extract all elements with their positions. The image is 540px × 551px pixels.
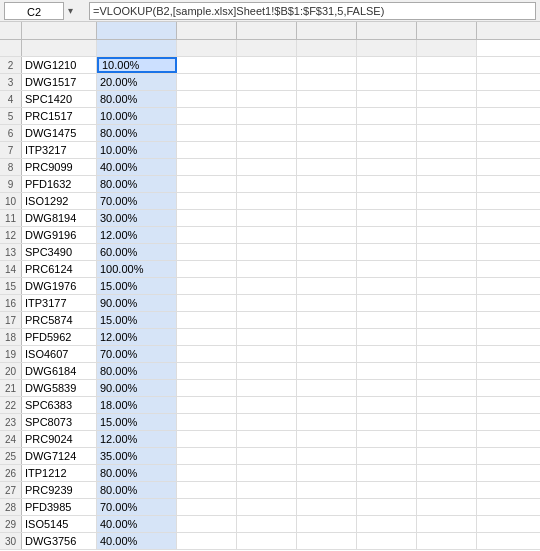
cell-g25[interactable] — [357, 448, 417, 464]
cell-h27[interactable] — [417, 482, 477, 498]
cell-h8[interactable] — [417, 159, 477, 175]
cell-c15[interactable]: 15.00% — [97, 278, 177, 294]
cell-g27[interactable] — [357, 482, 417, 498]
cell-d12[interactable] — [177, 227, 237, 243]
cell-d29[interactable] — [177, 516, 237, 532]
cell-c8[interactable]: 40.00% — [97, 159, 177, 175]
cell-c3[interactable]: 20.00% — [97, 74, 177, 90]
cell-b12[interactable]: DWG9196 — [22, 227, 97, 243]
cell-c9[interactable]: 80.00% — [97, 176, 177, 192]
cell-h30[interactable] — [417, 533, 477, 549]
cell-h15[interactable] — [417, 278, 477, 294]
cell-d9[interactable] — [177, 176, 237, 192]
cell-g26[interactable] — [357, 465, 417, 481]
cell-b24[interactable]: PRC9024 — [22, 431, 97, 447]
cell-f3[interactable] — [297, 74, 357, 90]
cell-c16[interactable]: 90.00% — [97, 295, 177, 311]
cell-b3[interactable]: DWG1517 — [22, 74, 97, 90]
cell-c10[interactable]: 70.00% — [97, 193, 177, 209]
cell-c17[interactable]: 15.00% — [97, 312, 177, 328]
cell-d2[interactable] — [177, 57, 237, 73]
cell-f23[interactable] — [297, 414, 357, 430]
cell-h22[interactable] — [417, 397, 477, 413]
cell-d26[interactable] — [177, 465, 237, 481]
cell-g6[interactable] — [357, 125, 417, 141]
cell-b30[interactable]: DWG3756 — [22, 533, 97, 549]
cell-h20[interactable] — [417, 363, 477, 379]
cell-g3[interactable] — [357, 74, 417, 90]
cell-d25[interactable] — [177, 448, 237, 464]
cell-c30[interactable]: 40.00% — [97, 533, 177, 549]
cell-f28[interactable] — [297, 499, 357, 515]
cell-h6[interactable] — [417, 125, 477, 141]
cell-e19[interactable] — [237, 346, 297, 362]
cell-b4[interactable]: SPC1420 — [22, 91, 97, 107]
cell-f16[interactable] — [297, 295, 357, 311]
cell-f9[interactable] — [297, 176, 357, 192]
cell-d19[interactable] — [177, 346, 237, 362]
cell-f5[interactable] — [297, 108, 357, 124]
cell-g4[interactable] — [357, 91, 417, 107]
cell-g30[interactable] — [357, 533, 417, 549]
cell-f18[interactable] — [297, 329, 357, 345]
cell-d18[interactable] — [177, 329, 237, 345]
cell-f2[interactable] — [297, 57, 357, 73]
cell-c14[interactable]: 100.00% — [97, 261, 177, 277]
cell-b25[interactable]: DWG7124 — [22, 448, 97, 464]
cell-f8[interactable] — [297, 159, 357, 175]
cell-g22[interactable] — [357, 397, 417, 413]
cell-d10[interactable] — [177, 193, 237, 209]
cell-c6[interactable]: 80.00% — [97, 125, 177, 141]
cell-g11[interactable] — [357, 210, 417, 226]
cell-b19[interactable]: ISO4607 — [22, 346, 97, 362]
cell-g2[interactable] — [357, 57, 417, 73]
cell-e5[interactable] — [237, 108, 297, 124]
cell-d27[interactable] — [177, 482, 237, 498]
cell-e14[interactable] — [237, 261, 297, 277]
cell-e13[interactable] — [237, 244, 297, 260]
cell-h9[interactable] — [417, 176, 477, 192]
cell-c24[interactable]: 12.00% — [97, 431, 177, 447]
cell-b26[interactable]: ITP1212 — [22, 465, 97, 481]
cell-b6[interactable]: DWG1475 — [22, 125, 97, 141]
cell-h12[interactable] — [417, 227, 477, 243]
cell-c22[interactable]: 18.00% — [97, 397, 177, 413]
cell-f30[interactable] — [297, 533, 357, 549]
cell-f17[interactable] — [297, 312, 357, 328]
cell-h18[interactable] — [417, 329, 477, 345]
col-header-c[interactable] — [97, 22, 177, 39]
cell-b27[interactable]: PRC9239 — [22, 482, 97, 498]
cell-c19[interactable]: 70.00% — [97, 346, 177, 362]
cell-g29[interactable] — [357, 516, 417, 532]
cell-d17[interactable] — [177, 312, 237, 328]
cell-d1[interactable] — [177, 40, 237, 56]
cell-e10[interactable] — [237, 193, 297, 209]
cell-b1[interactable] — [22, 40, 97, 56]
cell-f22[interactable] — [297, 397, 357, 413]
cell-g9[interactable] — [357, 176, 417, 192]
cell-h11[interactable] — [417, 210, 477, 226]
cell-g20[interactable] — [357, 363, 417, 379]
cell-c7[interactable]: 10.00% — [97, 142, 177, 158]
cell-g12[interactable] — [357, 227, 417, 243]
cell-c25[interactable]: 35.00% — [97, 448, 177, 464]
cell-h14[interactable] — [417, 261, 477, 277]
cell-c2[interactable]: 10.00% — [97, 57, 177, 73]
cell-d22[interactable] — [177, 397, 237, 413]
cell-c4[interactable]: 80.00% — [97, 91, 177, 107]
col-header-g[interactable] — [357, 22, 417, 39]
cell-h17[interactable] — [417, 312, 477, 328]
cell-g18[interactable] — [357, 329, 417, 345]
cell-c12[interactable]: 12.00% — [97, 227, 177, 243]
cell-b8[interactable]: PRC9099 — [22, 159, 97, 175]
cell-d30[interactable] — [177, 533, 237, 549]
cell-b9[interactable]: PFD1632 — [22, 176, 97, 192]
cell-e26[interactable] — [237, 465, 297, 481]
cell-e25[interactable] — [237, 448, 297, 464]
cell-e15[interactable] — [237, 278, 297, 294]
cell-b10[interactable]: ISO1292 — [22, 193, 97, 209]
cell-d3[interactable] — [177, 74, 237, 90]
cell-g14[interactable] — [357, 261, 417, 277]
cell-g15[interactable] — [357, 278, 417, 294]
cell-b16[interactable]: ITP3177 — [22, 295, 97, 311]
